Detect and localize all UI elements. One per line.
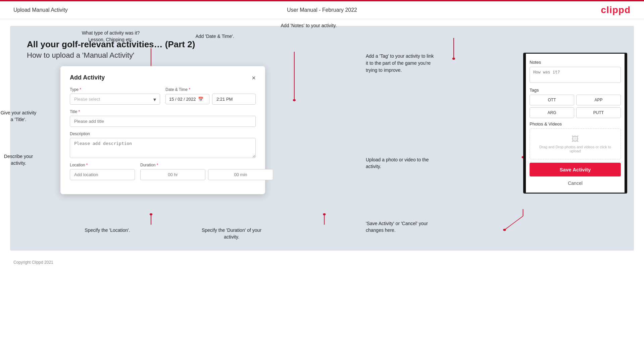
tag-arg[interactable]: ARG — [530, 107, 574, 118]
annotation-describe: Describe your activity. — [0, 153, 37, 166]
svg-point-11 — [150, 213, 152, 215]
logo: clippd — [601, 5, 631, 15]
date-time-group: Date & Time * 15 / 02 / 2022 📅 — [165, 87, 256, 105]
date-inner[interactable]: 15 / 02 / 2022 📅 — [165, 94, 209, 104]
duration-min-input[interactable] — [208, 169, 273, 180]
title-label-lbl: Title * — [70, 109, 256, 114]
location-duration-row: Location * Duration * — [70, 163, 256, 180]
add-activity-dialog: Add Activity × Type * Please select Date… — [60, 66, 265, 194]
notes-textarea[interactable] — [530, 67, 621, 83]
duration-group: Duration * — [140, 163, 273, 180]
svg-line-19 — [504, 216, 523, 230]
doc-title: User Manual - February 2022 — [287, 7, 357, 13]
date-field: 15 / 02 / 2022 📅 — [165, 94, 209, 104]
dialog-header: Add Activity × — [70, 74, 256, 81]
save-activity-button[interactable]: Save Activity — [530, 163, 621, 176]
time-input[interactable] — [212, 94, 256, 105]
svg-point-4 — [293, 99, 296, 101]
page-title: Upload Manual Activity — [13, 7, 68, 13]
tag-ott[interactable]: OTT — [530, 95, 574, 105]
cancel-button-phone[interactable]: Cancel — [530, 179, 621, 187]
description-group: Description — [70, 132, 256, 158]
phone-panel: Notes Tags OTT APP ARG PUTT Photos & Vid… — [523, 53, 627, 194]
duration-label-lbl: Duration * — [140, 163, 273, 167]
close-button[interactable]: × — [252, 74, 256, 81]
location-label-lbl: Location * — [70, 163, 135, 167]
tag-app[interactable]: APP — [576, 95, 621, 105]
title-input[interactable] — [70, 116, 256, 127]
description-label: Description — [70, 132, 256, 136]
location-input[interactable] — [70, 169, 135, 180]
duration-hr-input[interactable] — [140, 169, 205, 180]
annotation-upload: Upload a photo or video to the activity. — [366, 157, 433, 170]
svg-point-20 — [503, 229, 506, 231]
annotation-save-cancel: 'Save Activity' or 'Cancel' your changes… — [366, 220, 440, 234]
annotation-date-time: Add 'Date & Time'. — [188, 33, 242, 40]
top-bar: Upload Manual Activity User Manual - Feb… — [0, 0, 644, 19]
tags-label: Tags — [530, 88, 621, 93]
location-group: Location * — [70, 163, 135, 180]
svg-point-13 — [323, 213, 326, 215]
annotation-tag: Add a 'Tag' to your activity to link it … — [366, 53, 436, 74]
tag-putt[interactable]: PUTT — [576, 107, 621, 118]
annotation-location: Specify the 'Location'. — [77, 227, 138, 234]
annotation-duration: Specify the 'Duration' of your activity. — [198, 227, 265, 240]
phone-left-bar — [523, 54, 526, 193]
annotation-notes: Add 'Notes' to your activity. — [275, 22, 342, 29]
type-select[interactable]: Please select — [70, 94, 160, 105]
duration-row — [140, 169, 273, 180]
type-select-wrapper[interactable]: Please select — [70, 94, 160, 105]
phone-right-bar — [625, 54, 627, 193]
title-group: Title * — [70, 109, 256, 127]
copyright: Copyright Clippd 2021 — [13, 260, 53, 265]
type-date-row: Type * Please select Date & Time * — [70, 87, 256, 105]
tags-grid: OTT APP ARG PUTT — [530, 95, 621, 118]
date-label: Date & Time * — [165, 87, 256, 92]
footer: Copyright Clippd 2021 — [0, 257, 644, 267]
dialog-title: Add Activity — [70, 74, 105, 81]
type-label: Type * — [70, 87, 160, 92]
phone-screen: Notes Tags OTT APP ARG PUTT Photos & Vid… — [523, 53, 627, 194]
photo-drop-area[interactable]: 🖼 Drag and Drop photos and videos or cli… — [530, 128, 621, 159]
description-textarea[interactable] — [70, 138, 256, 158]
type-group: Type * Please select — [70, 87, 160, 105]
photo-hint: Drag and Drop photos and videos or click… — [533, 145, 617, 153]
annotation-what-type: What type of activity was it? Lesson, Ch… — [77, 30, 144, 43]
calendar-icon[interactable]: 📅 — [198, 97, 203, 102]
photo-icon: 🖼 — [572, 135, 579, 144]
photos-label: Photos & Videos — [530, 121, 621, 126]
date-input-row: 15 / 02 / 2022 📅 — [165, 94, 256, 105]
annotation-title: Give your activity a 'Title'. — [0, 110, 37, 123]
main-content: All your golf-relevant activities… (Part… — [10, 26, 634, 251]
notes-label: Notes — [530, 60, 621, 65]
